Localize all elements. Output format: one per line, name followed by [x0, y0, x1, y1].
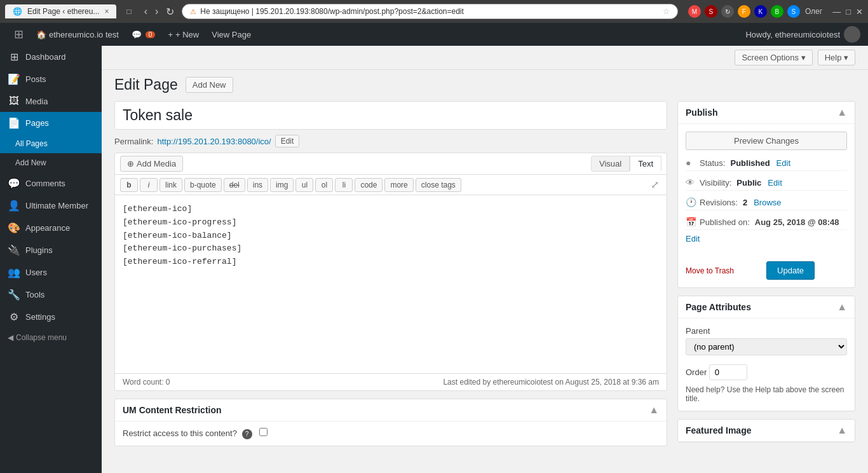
- status-edit-link[interactable]: Edit: [776, 158, 790, 168]
- ext-icon-2[interactable]: S: [705, 5, 717, 18]
- visibility-edit-link[interactable]: Edit: [768, 178, 782, 188]
- help-text: Need help? Use the Help tab above the sc…: [686, 385, 847, 403]
- update-button[interactable]: Update: [766, 261, 815, 280]
- fmt-ins[interactable]: ins: [247, 178, 268, 192]
- user-avatar[interactable]: [844, 26, 860, 43]
- ultimate-member-icon: 👤: [8, 200, 20, 212]
- wp-logo[interactable]: ⊞: [8, 27, 30, 41]
- sidebar-item-pages[interactable]: 📄 Pages: [0, 112, 102, 134]
- minimize-button[interactable]: —: [832, 7, 841, 17]
- help-button[interactable]: Help ▾: [818, 50, 855, 65]
- ext-icon-3[interactable]: ↻: [721, 5, 734, 18]
- address-bar[interactable]: ⚠ Не защищено | 195.201.20.193:8080/wp-a…: [182, 4, 678, 19]
- editor-wrapper: ⊕ Add Media Visual Text b i link b-qu: [114, 153, 667, 391]
- bookmark-icon[interactable]: ☆: [663, 7, 670, 16]
- sidebar-item-dashboard[interactable]: ⊞ Dashboard: [0, 46, 102, 68]
- tab-text[interactable]: Text: [630, 156, 661, 172]
- published-edit-link[interactable]: Edit: [686, 234, 847, 243]
- editor-top-bar: ⊕ Add Media Visual Text: [115, 153, 667, 175]
- fmt-link[interactable]: link: [159, 178, 182, 192]
- fmt-more[interactable]: more: [384, 178, 413, 192]
- revisions-browse-link[interactable]: Browse: [754, 198, 781, 207]
- back-button[interactable]: ‹: [142, 6, 150, 17]
- permalink-url[interactable]: http://195.201.20.193:8080/ico/: [157, 137, 271, 146]
- collapse-menu-button[interactable]: ◀ Collapse menu: [0, 328, 102, 347]
- sidebar-item-tools[interactable]: 🔧 Tools: [0, 284, 102, 306]
- view-page-link[interactable]: View Page: [205, 23, 257, 46]
- screen-options-button[interactable]: Screen Options ▾: [735, 50, 812, 65]
- sidebar-label-settings: Settings: [25, 312, 55, 322]
- tab-close-button[interactable]: ×: [104, 7, 109, 16]
- forward-button[interactable]: ›: [153, 6, 161, 17]
- order-input[interactable]: [709, 364, 747, 380]
- publish-widget-toggle[interactable]: ▲: [837, 107, 847, 118]
- house-icon: 🏠: [36, 30, 46, 39]
- sidebar-item-ultimate-member[interactable]: 👤 Ultimate Member: [0, 195, 102, 217]
- featured-image-header[interactable]: Featured Image ▲: [678, 420, 855, 442]
- fmt-img[interactable]: img: [270, 178, 294, 192]
- fmt-del[interactable]: del: [224, 178, 245, 192]
- browser-tab[interactable]: 🌐 Edit Page ‹ ethereu... ×: [5, 4, 116, 18]
- restrict-checkbox[interactable]: [259, 428, 268, 436]
- sidebar-item-media[interactable]: 🖼 Media: [0, 90, 102, 112]
- visibility-value: Public: [736, 178, 761, 188]
- reload-button[interactable]: ↻: [163, 6, 177, 18]
- comment-count: 0: [146, 31, 156, 38]
- published-icon: 📅: [686, 217, 697, 227]
- publish-widget-title: Publish: [686, 107, 718, 118]
- fmt-close-tags[interactable]: close tags: [416, 178, 461, 192]
- fmt-code[interactable]: code: [355, 178, 383, 192]
- add-media-icon: ⊕: [127, 159, 134, 168]
- pages-icon: 📄: [8, 117, 20, 129]
- comments-adminbar[interactable]: 💬 0: [125, 23, 162, 46]
- fmt-italic[interactable]: i: [140, 178, 158, 192]
- ext-icon-1[interactable]: M: [688, 5, 701, 18]
- sidebar-item-plugins[interactable]: 🔌 Plugins: [0, 239, 102, 261]
- ext-icon-6[interactable]: B: [771, 5, 783, 18]
- fmt-ul[interactable]: ul: [295, 178, 313, 192]
- visibility-icon: 👁: [686, 177, 697, 188]
- ext-icon-5[interactable]: K: [754, 5, 767, 18]
- sidebar-item-appearance[interactable]: 🎨 Appearance: [0, 217, 102, 239]
- close-window-button[interactable]: ✕: [856, 7, 863, 17]
- new-button[interactable]: + + New: [161, 23, 205, 46]
- sidebar-item-all-pages[interactable]: All Pages: [0, 134, 102, 153]
- add-media-button[interactable]: ⊕ Add Media: [120, 156, 183, 172]
- content-line-1: [ethereum-ico]: [123, 203, 659, 216]
- parent-select[interactable]: (no parent): [686, 338, 847, 355]
- sidebar-item-users[interactable]: 👥 Users: [0, 261, 102, 284]
- featured-image-toggle[interactable]: ▲: [837, 425, 847, 436]
- permalink-edit-button[interactable]: Edit: [275, 135, 300, 147]
- sidebar-item-comments[interactable]: 💬 Comments: [0, 172, 102, 195]
- publish-widget-header[interactable]: Publish ▲: [678, 102, 855, 124]
- fmt-ol[interactable]: ol: [315, 178, 333, 192]
- sidebar-item-posts[interactable]: 📝 Posts: [0, 68, 102, 90]
- um-restriction-header[interactable]: UM Content Restriction ▲: [115, 399, 667, 422]
- content-line-3: [ethereum-ico-balance]: [123, 230, 659, 243]
- browser-chrome: 🌐 Edit Page ‹ ethereu... × □ ‹ › ↻ ⚠ Не …: [0, 0, 868, 23]
- maximize-button[interactable]: □: [846, 7, 851, 17]
- tab-visual[interactable]: Visual: [591, 156, 630, 172]
- browser-extension-icons: M S ↻ F K B S: [688, 5, 800, 18]
- move-to-trash-link[interactable]: Move to Trash: [686, 266, 734, 275]
- page-attributes-toggle[interactable]: ▲: [837, 301, 847, 313]
- ext-icon-4[interactable]: F: [738, 5, 750, 18]
- preview-changes-button[interactable]: Preview Changes: [686, 132, 847, 150]
- fmt-li[interactable]: li: [335, 178, 353, 192]
- sidebar-item-settings[interactable]: ⚙ Settings: [0, 306, 102, 328]
- fmt-bold[interactable]: b: [120, 178, 138, 192]
- ext-icon-7[interactable]: S: [787, 5, 800, 18]
- new-tab-button[interactable]: □: [121, 4, 136, 18]
- status-label: Status:: [700, 158, 725, 168]
- add-new-button[interactable]: Add New: [186, 77, 233, 93]
- fmt-bquote[interactable]: b-quote: [184, 178, 222, 192]
- editor-content[interactable]: [ethereum-ico] [ethereum-ico-progress] […: [115, 195, 667, 373]
- sidebar-item-add-new-page[interactable]: Add New: [0, 153, 102, 172]
- um-restriction-toggle[interactable]: ▲: [649, 404, 659, 416]
- site-name[interactable]: 🏠 ethereumico.io test: [30, 23, 125, 46]
- page-attributes-header[interactable]: Page Attributes ▲: [678, 296, 855, 319]
- post-title-input[interactable]: [114, 101, 667, 130]
- help-tooltip-icon[interactable]: ?: [242, 429, 252, 439]
- wp-main: Screen Options ▾ Help ▾ Edit Page Add Ne…: [102, 46, 868, 473]
- fullscreen-button[interactable]: ⤢: [648, 177, 661, 192]
